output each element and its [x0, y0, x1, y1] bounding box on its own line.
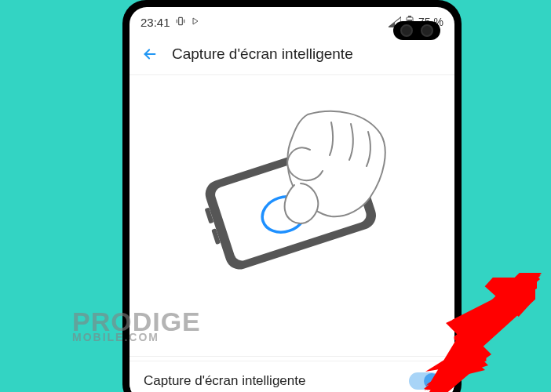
toggle-knob: [424, 373, 440, 389]
setting-row[interactable]: Capture d'écran intelligente: [130, 361, 454, 392]
smart-screenshot-toggle[interactable]: [409, 372, 440, 390]
page-title: Capture d'écran intelligente: [172, 45, 353, 63]
play-icon: [191, 16, 200, 28]
camera-cutout: [393, 21, 440, 40]
divider: [130, 356, 454, 357]
status-time: 23:41: [140, 16, 170, 29]
svg-rect-10: [485, 278, 535, 317]
setting-label: Capture d'écran intelligente: [144, 373, 305, 389]
phone-frame: 23:41 75 % Capture d'écran intelligente: [122, 0, 462, 392]
app-header: Capture d'écran intelligente: [130, 37, 454, 75]
svg-rect-0: [178, 17, 182, 24]
gesture-illustration: [130, 75, 454, 310]
vibrate-icon: [175, 16, 186, 29]
svg-rect-2: [408, 16, 411, 17]
back-button[interactable]: [140, 45, 159, 64]
phone-screen: 23:41 75 % Capture d'écran intelligente: [130, 7, 454, 392]
